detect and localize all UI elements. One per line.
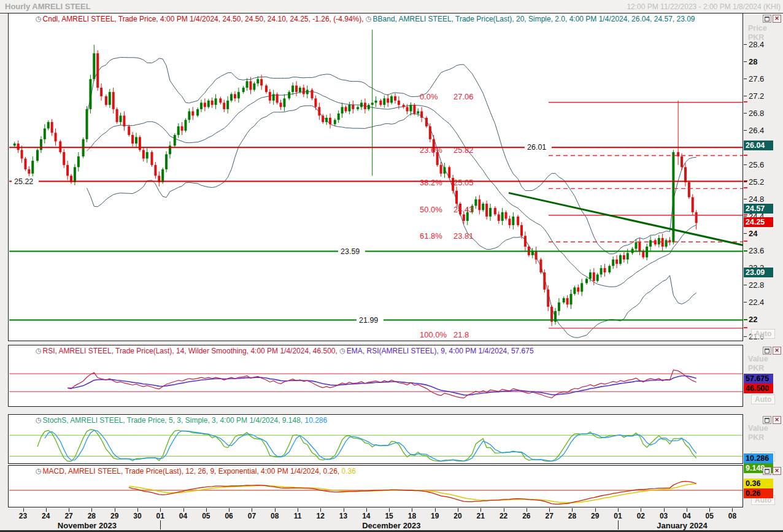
level-mark	[744, 101, 747, 102]
time-tick-label: 30	[129, 512, 145, 520]
level-mark	[744, 327, 747, 328]
date-range-label: 12:00 PM 11/22/2023 - 2:00 PM 1/8/2024 (…	[627, 2, 781, 11]
month-separator	[618, 520, 619, 530]
axis-value-box: 0.36	[744, 479, 773, 488]
time-tick-label: 15	[381, 512, 397, 520]
rsi-legend-text: RSI, AMRELI STEEL, Trade Price(Last), 14…	[43, 347, 340, 355]
restore-icon[interactable]	[763, 347, 771, 355]
axis-value-box: 0.26	[744, 488, 773, 498]
series-clock-icon[interactable]: ◷	[36, 15, 42, 23]
time-tick-label: 29	[107, 512, 123, 520]
svg-text:23.81: 23.81	[453, 231, 474, 241]
price-axis-strip[interactable]: ✕ PricePKR Auto 28.42827.627.226.826.426…	[744, 13, 783, 341]
axis-value-box: 10.286	[744, 453, 773, 463]
title-bar: Hourly AMRELI STEEL 12:00 PM 11/22/2023 …	[0, 0, 783, 13]
series-clock-icon[interactable]: ◷	[366, 15, 372, 23]
month-label: November 2023	[44, 521, 130, 530]
time-tick-label: 26	[519, 512, 534, 520]
time-tick-label: 05	[701, 512, 717, 520]
level-mark	[744, 319, 747, 320]
svg-text:23.59: 23.59	[341, 247, 360, 256]
time-tick-label: 03	[656, 512, 672, 520]
close-icon[interactable]: ✕	[773, 347, 781, 355]
rsi-legend[interactable]: ◷RSI, AMRELI STEEL, Trade Price(Last), 1…	[36, 347, 534, 355]
svg-text:25.22: 25.22	[14, 177, 33, 186]
time-tick-label: 21	[472, 512, 488, 520]
svg-text:25.82: 25.82	[453, 145, 474, 155]
time-tick-label: 28	[564, 512, 580, 520]
restore-icon[interactable]	[763, 467, 771, 475]
rsi-panel[interactable]: ◷RSI, AMRELI STEEL, Trade Price(Last), 1…	[8, 345, 743, 407]
panel-window-buttons: ✕	[763, 467, 781, 475]
axis-value-box: 23.09	[744, 268, 773, 277]
time-tick-label: 18	[404, 512, 420, 520]
level-mark	[744, 187, 747, 188]
close-icon[interactable]: ✕	[773, 467, 781, 475]
time-tick-label: 14	[358, 512, 374, 520]
time-tick-label: 01	[610, 512, 626, 520]
axis-value-box: 46.500	[744, 384, 773, 393]
time-tick-label: 04	[176, 512, 191, 520]
macd-legend[interactable]: ◷MACD, AMRELI STEEL, Trade Price(Last), …	[36, 467, 356, 476]
panel-window-buttons: ✕	[763, 347, 781, 355]
level-mark	[744, 155, 747, 156]
panel-window-buttons: ✕	[763, 416, 781, 424]
restore-icon[interactable]	[763, 416, 771, 424]
time-tick-label: 08	[724, 512, 740, 520]
level-mark	[744, 241, 747, 242]
series-clock-icon[interactable]: ◷	[36, 347, 42, 355]
stoch-panel[interactable]: ◷StochS, AMRELI STEEL, Trade Price, 5, 3…	[8, 414, 743, 464]
svg-text:0.0%: 0.0%	[420, 92, 438, 101]
price-chart-canvas[interactable]: 0.0%27.0623.6%25.8238.2%25.0550.0%24.436…	[9, 13, 742, 341]
close-icon[interactable]: ✕	[773, 416, 781, 424]
close-icon[interactable]: ✕	[773, 15, 781, 23]
time-tick-label: 02	[633, 512, 649, 520]
time-axis[interactable]: 2324272829300104050607081112131415181920…	[8, 508, 744, 531]
stoch-legend-text: StochS, AMRELI STEEL, Trade Price, 5, 3,…	[43, 416, 305, 425]
time-tick-label: 05	[198, 512, 214, 520]
series-clock-icon[interactable]: ◷	[339, 347, 345, 355]
time-tick-label: 27	[541, 512, 557, 520]
ema-legend-text: EMA, RSI(AMRELI STEEL), 9, 4:00 PM 1/4/2…	[347, 347, 534, 355]
series-clock-icon[interactable]: ◷	[36, 467, 42, 475]
price-chart-panel[interactable]: 0.0%27.0623.6%25.8238.2%25.0550.0%24.436…	[8, 13, 743, 341]
price-legend[interactable]: ◷Cndl, AMRELI STEEL, Trade Price, 4:00 P…	[36, 15, 695, 23]
level-mark	[744, 180, 747, 182]
candle-legend-text: Cndl, AMRELI STEEL, Trade Price, 4:00 PM…	[43, 15, 366, 23]
time-tick-label: 29	[587, 512, 603, 520]
stoch-legend[interactable]: ◷StochS, AMRELI STEEL, Trade Price, 5, 3…	[36, 416, 327, 425]
time-tick-label: 08	[267, 512, 283, 520]
svg-text:38.2%: 38.2%	[420, 178, 442, 187]
auto-scale-button[interactable]: Auto	[751, 329, 775, 339]
time-tick-label: 24	[38, 512, 54, 520]
time-tick-label: 12	[312, 512, 328, 520]
svg-text:25.05: 25.05	[453, 178, 474, 187]
svg-text:50.0%: 50.0%	[420, 205, 442, 214]
time-tick-label: 06	[221, 512, 237, 520]
time-tick-label: 01	[152, 512, 168, 520]
time-tick-label: 07	[244, 512, 260, 520]
auto-scale-button[interactable]: Auto	[751, 395, 775, 404]
stoch-axis-strip[interactable]: ✕ ValuePKR Auto 10.2869.148	[744, 414, 783, 464]
macd-panel[interactable]: ◷MACD, AMRELI STEEL, Trade Price(Last), …	[8, 465, 743, 507]
svg-text:23.6%: 23.6%	[420, 145, 442, 155]
svg-text:21.99: 21.99	[359, 316, 378, 325]
time-tick-label: 22	[496, 512, 512, 520]
app-window: Hourly AMRELI STEEL 12:00 PM 11/22/2023 …	[0, 0, 783, 532]
axis-value-box: 26.04	[744, 141, 773, 150]
bband-legend-text: BBand, AMRELI STEEL, Trade Price(Last), …	[373, 15, 695, 23]
rsi-axis-strip[interactable]: ✕ ValuePKR Auto 57.67546.500	[744, 345, 783, 407]
time-tick-label: 13	[336, 512, 352, 520]
month-label: January 2024	[639, 521, 725, 530]
series-clock-icon[interactable]: ◷	[36, 416, 42, 424]
panel-window-buttons: ✕	[763, 15, 781, 23]
restore-icon[interactable]	[763, 15, 771, 23]
svg-text:26.01: 26.01	[527, 143, 546, 152]
time-tick-label: 27	[61, 512, 77, 520]
svg-text:61.8%: 61.8%	[420, 231, 442, 241]
axis-title: ValuePKR	[748, 355, 768, 373]
macd-legend-text: MACD, AMRELI STEEL, Trade Price(Last), 1…	[43, 467, 342, 476]
axis-value-box: 24.57	[744, 204, 773, 214]
axis-title: ValuePKR	[748, 424, 768, 442]
axis-value-box: 24.25	[744, 217, 773, 227]
